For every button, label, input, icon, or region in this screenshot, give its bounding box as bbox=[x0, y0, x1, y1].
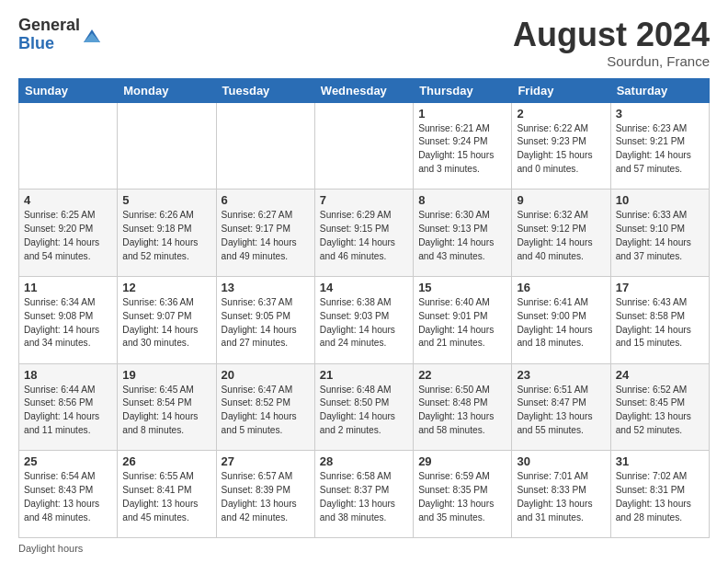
day-info: Sunrise: 6:32 AMSunset: 9:12 PMDaylight:… bbox=[517, 209, 605, 263]
day-info: Sunrise: 6:45 AMSunset: 8:54 PMDaylight:… bbox=[122, 384, 210, 438]
day-number: 3 bbox=[616, 107, 704, 121]
day-info: Sunrise: 7:02 AMSunset: 8:31 PMDaylight:… bbox=[616, 470, 704, 524]
day-info: Sunrise: 6:38 AMSunset: 9:03 PMDaylight:… bbox=[320, 296, 408, 350]
location: Sourdun, France bbox=[513, 53, 710, 69]
header: General Blue August 2024 Sourdun, France bbox=[18, 17, 710, 69]
day-number: 22 bbox=[418, 368, 506, 382]
page: General Blue August 2024 Sourdun, France… bbox=[0, 0, 728, 563]
calendar-cell: 2Sunrise: 6:22 AMSunset: 9:23 PMDaylight… bbox=[512, 102, 610, 190]
calendar-cell: 12Sunrise: 6:36 AMSunset: 9:07 PMDayligh… bbox=[118, 276, 216, 363]
day-info: Sunrise: 6:29 AMSunset: 9:15 PMDaylight:… bbox=[320, 209, 408, 263]
day-number: 29 bbox=[418, 454, 506, 468]
day-info: Sunrise: 6:33 AMSunset: 9:10 PMDaylight:… bbox=[616, 209, 704, 263]
day-number: 7 bbox=[320, 193, 408, 207]
day-info: Sunrise: 6:25 AMSunset: 9:20 PMDaylight:… bbox=[24, 209, 112, 263]
calendar-cell: 9Sunrise: 6:32 AMSunset: 9:12 PMDaylight… bbox=[512, 190, 610, 277]
day-info: Sunrise: 7:01 AMSunset: 8:33 PMDaylight:… bbox=[517, 470, 605, 524]
day-number: 15 bbox=[418, 281, 506, 294]
day-number: 28 bbox=[320, 454, 408, 468]
calendar-cell: 31Sunrise: 7:02 AMSunset: 8:31 PMDayligh… bbox=[610, 451, 709, 538]
calendar-cell: 6Sunrise: 6:27 AMSunset: 9:17 PMDaylight… bbox=[216, 190, 314, 277]
calendar-cell: 19Sunrise: 6:45 AMSunset: 8:54 PMDayligh… bbox=[118, 363, 216, 451]
day-number: 5 bbox=[122, 193, 210, 207]
calendar-cell: 10Sunrise: 6:33 AMSunset: 9:10 PMDayligh… bbox=[610, 190, 709, 277]
calendar-cell bbox=[19, 102, 118, 190]
day-number: 23 bbox=[517, 368, 605, 382]
day-info: Sunrise: 6:48 AMSunset: 8:50 PMDaylight:… bbox=[320, 384, 408, 438]
logo-blue: Blue bbox=[18, 35, 80, 53]
calendar-table: SundayMondayTuesdayWednesdayThursdayFrid… bbox=[18, 78, 710, 538]
svg-marker-1 bbox=[84, 33, 100, 42]
day-number: 9 bbox=[517, 193, 605, 207]
day-info: Sunrise: 6:23 AMSunset: 9:21 PMDaylight:… bbox=[616, 122, 704, 177]
calendar-cell: 24Sunrise: 6:52 AMSunset: 8:45 PMDayligh… bbox=[610, 363, 709, 451]
weekday-header: Monday bbox=[118, 78, 216, 102]
calendar-cell: 1Sunrise: 6:21 AMSunset: 9:24 PMDaylight… bbox=[414, 102, 512, 190]
day-number: 25 bbox=[24, 454, 112, 468]
day-info: Sunrise: 6:54 AMSunset: 8:43 PMDaylight:… bbox=[24, 470, 112, 524]
day-number: 2 bbox=[517, 107, 605, 121]
calendar-cell: 4Sunrise: 6:25 AMSunset: 9:20 PMDaylight… bbox=[19, 190, 118, 277]
calendar-cell: 30Sunrise: 7:01 AMSunset: 8:33 PMDayligh… bbox=[512, 451, 610, 538]
day-number: 21 bbox=[320, 368, 408, 382]
weekday-header: Wednesday bbox=[314, 78, 413, 102]
calendar-cell: 15Sunrise: 6:40 AMSunset: 9:01 PMDayligh… bbox=[414, 276, 512, 363]
day-number: 18 bbox=[24, 368, 112, 382]
day-info: Sunrise: 6:26 AMSunset: 9:18 PMDaylight:… bbox=[122, 209, 210, 263]
day-info: Sunrise: 6:57 AMSunset: 8:39 PMDaylight:… bbox=[222, 470, 310, 524]
day-number: 11 bbox=[24, 281, 112, 294]
day-number: 19 bbox=[122, 368, 210, 382]
day-info: Sunrise: 6:59 AMSunset: 8:35 PMDaylight:… bbox=[418, 470, 506, 524]
day-number: 14 bbox=[320, 281, 408, 294]
calendar-cell: 27Sunrise: 6:57 AMSunset: 8:39 PMDayligh… bbox=[216, 451, 314, 538]
day-info: Sunrise: 6:41 AMSunset: 9:00 PMDaylight:… bbox=[517, 296, 605, 350]
calendar-cell: 5Sunrise: 6:26 AMSunset: 9:18 PMDaylight… bbox=[118, 190, 216, 277]
weekday-header: Saturday bbox=[610, 78, 709, 102]
calendar-cell: 17Sunrise: 6:43 AMSunset: 8:58 PMDayligh… bbox=[610, 276, 709, 363]
day-info: Sunrise: 6:22 AMSunset: 9:23 PMDaylight:… bbox=[517, 122, 605, 177]
day-number: 10 bbox=[616, 193, 704, 207]
calendar-cell bbox=[118, 102, 216, 190]
logo: General Blue bbox=[18, 17, 102, 53]
day-info: Sunrise: 6:55 AMSunset: 8:41 PMDaylight:… bbox=[122, 470, 210, 524]
calendar-week-row: 4Sunrise: 6:25 AMSunset: 9:20 PMDaylight… bbox=[19, 190, 710, 277]
day-info: Sunrise: 6:44 AMSunset: 8:56 PMDaylight:… bbox=[24, 384, 112, 438]
calendar-header-row: SundayMondayTuesdayWednesdayThursdayFrid… bbox=[19, 78, 710, 102]
day-info: Sunrise: 6:21 AMSunset: 9:24 PMDaylight:… bbox=[418, 122, 506, 177]
day-number: 17 bbox=[616, 281, 704, 294]
day-info: Sunrise: 6:50 AMSunset: 8:48 PMDaylight:… bbox=[418, 384, 506, 438]
calendar-cell: 20Sunrise: 6:47 AMSunset: 8:52 PMDayligh… bbox=[216, 363, 314, 451]
day-number: 30 bbox=[517, 454, 605, 468]
calendar-week-row: 25Sunrise: 6:54 AMSunset: 8:43 PMDayligh… bbox=[19, 451, 710, 538]
calendar-cell: 23Sunrise: 6:51 AMSunset: 8:47 PMDayligh… bbox=[512, 363, 610, 451]
day-info: Sunrise: 6:58 AMSunset: 8:37 PMDaylight:… bbox=[320, 470, 408, 524]
title-area: August 2024 Sourdun, France bbox=[513, 17, 710, 69]
day-info: Sunrise: 6:34 AMSunset: 9:08 PMDaylight:… bbox=[24, 296, 112, 350]
day-number: 24 bbox=[616, 368, 704, 382]
day-info: Sunrise: 6:36 AMSunset: 9:07 PMDaylight:… bbox=[122, 296, 210, 350]
calendar-week-row: 11Sunrise: 6:34 AMSunset: 9:08 PMDayligh… bbox=[19, 276, 710, 363]
day-info: Sunrise: 6:27 AMSunset: 9:17 PMDaylight:… bbox=[222, 209, 310, 263]
day-info: Sunrise: 6:43 AMSunset: 8:58 PMDaylight:… bbox=[616, 296, 704, 350]
calendar-cell: 3Sunrise: 6:23 AMSunset: 9:21 PMDaylight… bbox=[610, 102, 709, 190]
day-number: 12 bbox=[122, 281, 210, 294]
day-number: 20 bbox=[222, 368, 310, 382]
day-number: 1 bbox=[418, 107, 506, 121]
calendar-cell: 25Sunrise: 6:54 AMSunset: 8:43 PMDayligh… bbox=[19, 451, 118, 538]
weekday-header: Thursday bbox=[414, 78, 512, 102]
day-info: Sunrise: 6:51 AMSunset: 8:47 PMDaylight:… bbox=[517, 384, 605, 438]
weekday-header: Sunday bbox=[19, 78, 118, 102]
calendar-cell: 7Sunrise: 6:29 AMSunset: 9:15 PMDaylight… bbox=[314, 190, 413, 277]
day-number: 16 bbox=[517, 281, 605, 294]
footer-note: Daylight hours bbox=[18, 543, 710, 554]
day-info: Sunrise: 6:30 AMSunset: 9:13 PMDaylight:… bbox=[418, 209, 506, 263]
day-info: Sunrise: 6:40 AMSunset: 9:01 PMDaylight:… bbox=[418, 296, 506, 350]
calendar-cell bbox=[216, 102, 314, 190]
logo-general: General bbox=[18, 17, 80, 35]
calendar-cell: 11Sunrise: 6:34 AMSunset: 9:08 PMDayligh… bbox=[19, 276, 118, 363]
day-info: Sunrise: 6:37 AMSunset: 9:05 PMDaylight:… bbox=[222, 296, 310, 350]
calendar-cell: 16Sunrise: 6:41 AMSunset: 9:00 PMDayligh… bbox=[512, 276, 610, 363]
day-number: 6 bbox=[222, 193, 310, 207]
weekday-header: Tuesday bbox=[216, 78, 314, 102]
day-number: 31 bbox=[616, 454, 704, 468]
